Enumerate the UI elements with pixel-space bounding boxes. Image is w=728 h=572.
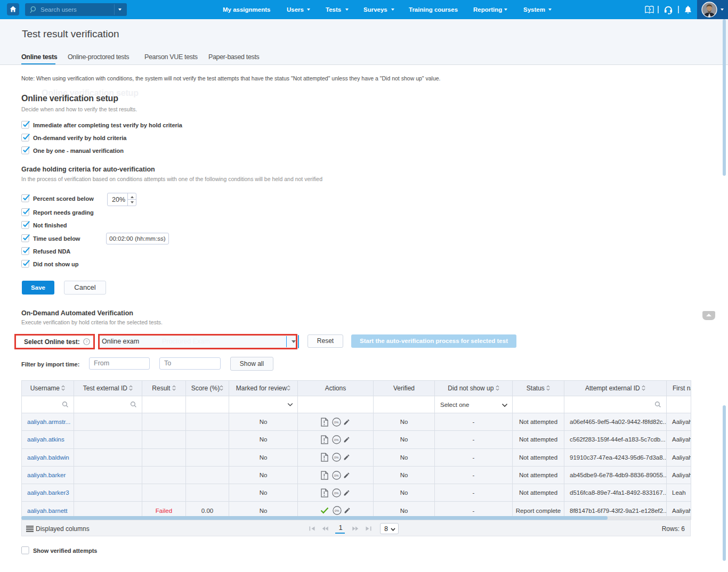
svg-text:0%: 0% bbox=[334, 420, 338, 423]
svg-text:0%: 0% bbox=[334, 438, 338, 442]
svg-text:?: ? bbox=[85, 340, 87, 344]
svg-text:0%: 0% bbox=[334, 456, 338, 459]
svg-text:0%: 0% bbox=[334, 473, 338, 477]
svg-text:0%: 0% bbox=[334, 492, 338, 495]
svg-text:0%: 0% bbox=[335, 509, 339, 512]
svg-text:?: ? bbox=[648, 7, 651, 13]
